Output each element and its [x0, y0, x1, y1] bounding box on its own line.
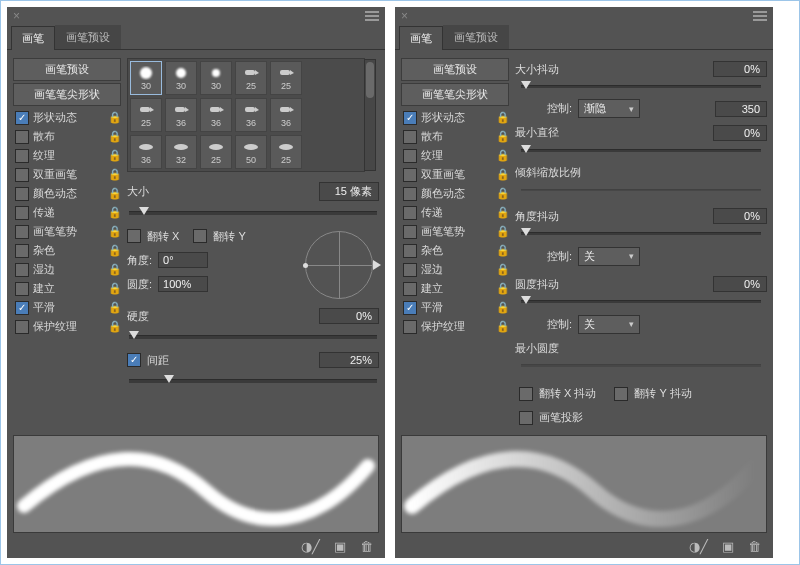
side-option-checkbox[interactable]: [403, 111, 417, 125]
side-option-4[interactable]: 颜色动态🔒: [401, 184, 509, 203]
brush-preset-cell[interactable]: 32: [165, 135, 197, 169]
lock-icon[interactable]: 🔒: [109, 245, 121, 257]
side-option-11[interactable]: 保护纹理🔒: [401, 317, 509, 336]
spacing-value[interactable]: 25%: [319, 352, 379, 368]
side-option-8[interactable]: 湿边🔒: [13, 260, 121, 279]
side-option-8[interactable]: 湿边🔒: [401, 260, 509, 279]
brush-preset-grid[interactable]: 303030252525363636363632255025: [127, 58, 365, 172]
side-option-9[interactable]: 建立🔒: [401, 279, 509, 298]
lock-icon[interactable]: 🔒: [497, 321, 509, 333]
lock-icon[interactable]: 🔒: [497, 131, 509, 143]
side-option-checkbox[interactable]: [15, 111, 29, 125]
side-option-3[interactable]: 双重画笔🔒: [401, 165, 509, 184]
control3-select[interactable]: 关▾: [578, 315, 640, 334]
side-option-5[interactable]: 传递🔒: [401, 203, 509, 222]
side-option-checkbox[interactable]: [15, 282, 29, 296]
brush-preset-cell[interactable]: 25: [270, 61, 302, 95]
spacing-slider[interactable]: [129, 379, 377, 383]
side-option-checkbox[interactable]: [403, 282, 417, 296]
size-jitter-slider[interactable]: [521, 85, 761, 88]
brush-preset-cell[interactable]: 25: [235, 61, 267, 95]
brush-preset-cell[interactable]: 50: [235, 135, 267, 169]
lock-icon[interactable]: 🔒: [109, 169, 121, 181]
lock-icon[interactable]: 🔒: [109, 302, 121, 314]
size-jitter-value[interactable]: 0%: [713, 61, 767, 77]
lock-icon[interactable]: 🔒: [109, 188, 121, 200]
tab-brush[interactable]: 画笔: [399, 26, 443, 50]
side-option-checkbox[interactable]: [403, 320, 417, 334]
lock-icon[interactable]: 🔒: [109, 226, 121, 238]
side-option-checkbox[interactable]: [15, 168, 29, 182]
side-option-checkbox[interactable]: [15, 320, 29, 334]
size-slider[interactable]: [129, 211, 377, 215]
tip-shape-button[interactable]: 画笔笔尖形状: [13, 83, 121, 106]
lock-icon[interactable]: 🔒: [497, 207, 509, 219]
lock-icon[interactable]: 🔒: [497, 112, 509, 124]
new-preset-icon[interactable]: ▣: [334, 539, 346, 554]
lock-icon[interactable]: 🔒: [497, 302, 509, 314]
lock-icon[interactable]: 🔒: [109, 150, 121, 162]
side-option-checkbox[interactable]: [403, 187, 417, 201]
side-option-7[interactable]: 杂色🔒: [13, 241, 121, 260]
brush-preset-cell[interactable]: 30: [200, 61, 232, 95]
brush-preset-cell[interactable]: 36: [130, 135, 162, 169]
brush-preset-cell[interactable]: 30: [165, 61, 197, 95]
lock-icon[interactable]: 🔒: [497, 226, 509, 238]
side-option-checkbox[interactable]: [403, 225, 417, 239]
side-option-checkbox[interactable]: [15, 149, 29, 163]
side-option-checkbox[interactable]: [15, 225, 29, 239]
size-value[interactable]: 15 像素: [319, 182, 379, 201]
panel-menu-icon[interactable]: [753, 15, 767, 17]
side-option-2[interactable]: 纹理🔒: [401, 146, 509, 165]
brush-preset-cell[interactable]: 36: [235, 98, 267, 132]
brush-preset-cell[interactable]: 25: [270, 135, 302, 169]
side-option-11[interactable]: 保护纹理🔒: [13, 317, 121, 336]
side-option-checkbox[interactable]: [15, 130, 29, 144]
side-option-checkbox[interactable]: [15, 244, 29, 258]
flip-x-jitter-checkbox[interactable]: [519, 387, 533, 401]
lock-icon[interactable]: 🔒: [109, 321, 121, 333]
side-option-7[interactable]: 杂色🔒: [401, 241, 509, 260]
lock-icon[interactable]: 🔒: [109, 264, 121, 276]
tab-brush[interactable]: 画笔: [11, 26, 55, 50]
side-option-1[interactable]: 散布🔒: [13, 127, 121, 146]
side-option-checkbox[interactable]: [403, 301, 417, 315]
side-option-checkbox[interactable]: [403, 244, 417, 258]
side-option-4[interactable]: 颜色动态🔒: [13, 184, 121, 203]
close-icon[interactable]: ×: [13, 9, 20, 23]
side-option-5[interactable]: 传递🔒: [13, 203, 121, 222]
preset-button[interactable]: 画笔预设: [13, 58, 121, 81]
lock-icon[interactable]: 🔒: [497, 264, 509, 276]
brush-preset-cell[interactable]: 25: [130, 98, 162, 132]
side-option-0[interactable]: 形状动态🔒: [401, 108, 509, 127]
side-option-6[interactable]: 画笔笔势🔒: [13, 222, 121, 241]
lock-icon[interactable]: 🔒: [109, 207, 121, 219]
flip-y-checkbox[interactable]: [193, 229, 207, 243]
toggle-preview-icon[interactable]: ◑╱: [689, 539, 708, 554]
side-option-checkbox[interactable]: [15, 187, 29, 201]
side-option-checkbox[interactable]: [403, 130, 417, 144]
min-diameter-value[interactable]: 0%: [713, 125, 767, 141]
preset-button[interactable]: 画笔预设: [401, 58, 509, 81]
lock-icon[interactable]: 🔒: [109, 131, 121, 143]
side-option-3[interactable]: 双重画笔🔒: [13, 165, 121, 184]
lock-icon[interactable]: 🔒: [497, 188, 509, 200]
brush-preset-cell[interactable]: 36: [165, 98, 197, 132]
brush-preset-cell[interactable]: 25: [200, 135, 232, 169]
control1-select[interactable]: 渐隐▾: [578, 99, 640, 118]
panel-menu-icon[interactable]: [365, 15, 379, 17]
side-option-checkbox[interactable]: [15, 301, 29, 315]
round-jitter-value[interactable]: 0%: [713, 276, 767, 292]
new-preset-icon[interactable]: ▣: [722, 539, 734, 554]
angle-jitter-value[interactable]: 0%: [713, 208, 767, 224]
brush-preset-cell[interactable]: 36: [270, 98, 302, 132]
trash-icon[interactable]: 🗑: [360, 539, 373, 554]
side-option-6[interactable]: 画笔笔势🔒: [401, 222, 509, 241]
side-option-checkbox[interactable]: [403, 168, 417, 182]
round-jitter-slider[interactable]: [521, 300, 761, 303]
lock-icon[interactable]: 🔒: [497, 283, 509, 295]
scrollbar[interactable]: [364, 59, 376, 171]
min-diameter-slider[interactable]: [521, 149, 761, 152]
close-icon[interactable]: ×: [401, 9, 408, 23]
side-option-2[interactable]: 纹理🔒: [13, 146, 121, 165]
